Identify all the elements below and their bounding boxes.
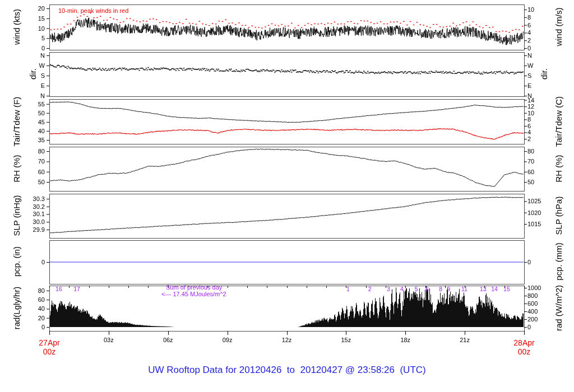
rad-hour-sum-label: 4 <box>400 286 404 292</box>
x-tick-label: 09z <box>223 337 233 343</box>
rad-hour-sum-label: 13 <box>480 286 487 292</box>
y-tick-label-right: 70 <box>527 158 556 165</box>
y-tick-label-right: 1020 <box>527 209 556 216</box>
y-tick-label-right: 14 <box>527 97 556 103</box>
y-tick-label-left: 60 <box>13 297 45 303</box>
x-tick-label: 15z <box>341 337 351 343</box>
y-tick-label-right: 80 <box>527 148 556 155</box>
y-tick-label-left: N <box>13 53 45 59</box>
rad-hour-sum-label: 9 <box>447 286 450 292</box>
rad-hour-sum-label: 14 <box>491 286 498 292</box>
y-tick-label-left: 0 <box>13 259 45 265</box>
y-tick-label-right: 2 <box>527 136 556 142</box>
rad-hour-sum-label: 16 <box>55 286 62 292</box>
y-tick-label-right: 2 <box>527 38 556 44</box>
y-tick-label-left: 70 <box>13 158 45 165</box>
rad-hour-sum-label: 8 <box>439 286 442 292</box>
y-tick-label-left: 80 <box>13 287 45 293</box>
y-tick-label-right: 6 <box>527 123 556 129</box>
sum-previous-day-value-annotation: <--- 17.45 MJoules/m^2 <box>161 291 226 297</box>
y-tick-label-right: N <box>527 53 556 59</box>
y-tick-label-right: W <box>527 63 556 69</box>
start-date-line1: 27Apr <box>39 338 59 347</box>
y-tick-label-right: 400 <box>527 308 556 314</box>
y-tick-label-right: 600 <box>527 300 556 306</box>
y-tick-label-left: 0 <box>13 324 45 330</box>
y-tick-label-left: 50 <box>13 179 45 185</box>
x-tick-label: 06z <box>163 337 173 343</box>
y-tick-label-left: 80 <box>13 148 45 155</box>
y-tick-label-right: 4 <box>527 129 556 136</box>
meteogram-canvas <box>0 0 574 392</box>
y-tick-label-left: 30.0 <box>13 219 45 225</box>
x-axis-end-date: 28Apr 00z <box>513 338 534 356</box>
y-tick-label-right: 1000 <box>527 284 556 291</box>
y-tick-label-left: 45 <box>13 119 45 125</box>
y-tick-label-left: 29.9 <box>13 226 45 232</box>
peak-winds-annotation: 10-min. peak winds in red <box>58 7 128 14</box>
y-tick-label-right: 1015 <box>527 221 556 227</box>
y-tick-label-left: 40 <box>13 128 45 134</box>
start-date-line2: 00z <box>39 347 59 356</box>
y-tick-label-right: E <box>527 83 556 89</box>
y-tick-label-left: E <box>13 83 45 89</box>
meteogram-page: wind (kts) dir. Tair/Tdew (F) RH (%) SLP… <box>0 0 574 392</box>
y-tick-label-right: 1025 <box>527 198 556 204</box>
y-tick-label-right: 12 <box>527 104 556 110</box>
y-tick-label-right: 8 <box>527 14 556 20</box>
rad-hour-sum-label: 17 <box>73 286 80 292</box>
y-tick-label-right: 200 <box>527 316 556 322</box>
x-axis-start-date: 27Apr 00z <box>39 338 59 356</box>
y-tick-label-left: 60 <box>13 169 45 175</box>
end-date-line1: 28Apr <box>513 338 534 347</box>
end-date-line2: 00z <box>513 347 534 356</box>
y-tick-label-left: 15 <box>13 15 45 21</box>
y-tick-label-left: N <box>13 93 45 99</box>
x-tick-label: 03z <box>104 337 114 343</box>
x-tick-label: 12z <box>282 337 292 343</box>
y-tick-label-left: 50 <box>13 110 45 116</box>
y-tick-label-right: 0 <box>527 324 556 330</box>
rad-hour-sum-label: 3 <box>387 286 390 292</box>
y-tick-label-left: 10 <box>13 25 45 31</box>
y-tick-label-right: 6 <box>527 22 556 28</box>
rad-hour-sum-label: 2 <box>368 286 372 292</box>
y-tick-label-right: 60 <box>527 169 556 175</box>
x-tick-label: 18z <box>400 337 410 343</box>
y-tick-label-left: S <box>13 73 45 79</box>
rad-hour-sum-label: 5 <box>415 286 418 292</box>
rad-hour-sum-label: 11 <box>461 286 467 292</box>
y-tick-label-left: 30.2 <box>13 203 45 209</box>
x-tick-label: 21z <box>460 337 470 343</box>
y-tick-label-right: 10 <box>527 110 556 116</box>
y-tick-label-left: 20 <box>13 315 45 321</box>
y-tick-label-left: 5 <box>13 35 45 41</box>
y-tick-label-right: 50 <box>527 179 556 185</box>
y-tick-label-right: 800 <box>527 292 556 298</box>
chart-title: UW Rooftop Data for 20120426 to 20120427… <box>0 365 574 376</box>
sum-previous-day-annotation: Sum of previous day <box>166 284 222 291</box>
y-tick-label-left: 55 <box>13 101 45 107</box>
y-tick-label-left: W <box>13 63 45 69</box>
rad-hour-sum-label: 15 <box>503 286 510 292</box>
y-tick-label-right: 0 <box>527 259 556 265</box>
y-tick-label-right: 8 <box>527 116 556 123</box>
y-tick-label-left: 30.3 <box>13 195 45 202</box>
y-tick-label-right: S <box>527 73 556 79</box>
y-tick-label-right: 4 <box>527 30 556 36</box>
y-tick-label-right: 10 <box>527 7 556 13</box>
y-tick-label-right: 0 <box>527 45 556 51</box>
y-tick-label-left: 35 <box>13 137 45 143</box>
y-tick-label-left: 0 <box>13 45 45 51</box>
rad-hour-sum-label: 1 <box>346 286 350 292</box>
rad-hour-sum-label: 6 <box>425 286 429 292</box>
y-tick-label-left: 40 <box>13 306 45 312</box>
y-tick-label-left: 20 <box>13 6 45 12</box>
y-tick-label-left: 30.1 <box>13 211 45 217</box>
